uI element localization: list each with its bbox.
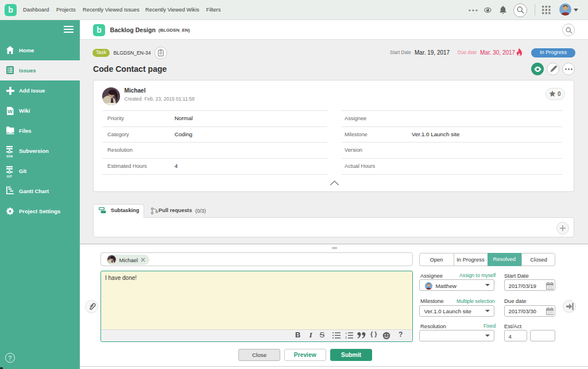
svg-text:GIT: GIT [7,175,13,178]
svg-text:2: 2 [345,336,347,339]
svg-text:SVN: SVN [6,155,13,158]
svg-text:W: W [7,108,13,114]
svg-text:1: 1 [345,332,347,335]
